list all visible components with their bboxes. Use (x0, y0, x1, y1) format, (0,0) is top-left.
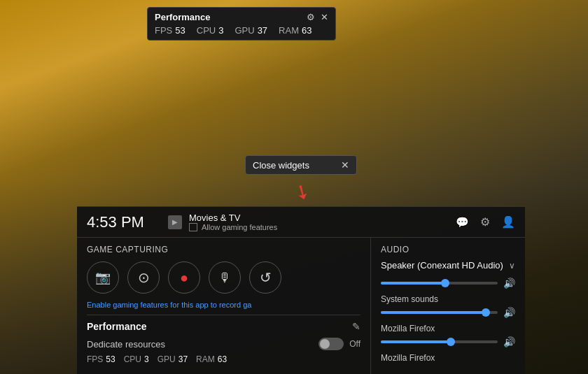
gpu-label: GPU (234, 25, 254, 36)
close-widgets-button[interactable]: ✕ (341, 159, 349, 171)
dedicate-resources-label: Dedicate resources (87, 339, 165, 350)
ram-value: 63 (302, 25, 312, 36)
cpu-value: 3 (218, 25, 223, 36)
top-bar-icons: 💬 ⚙ 👤 (456, 215, 515, 229)
allow-gaming-checkbox[interactable] (189, 223, 197, 231)
time-display: 4:53 PM (87, 213, 157, 231)
toggle-container: Off (318, 338, 360, 350)
screenshot-button[interactable]: 📷 (87, 261, 119, 294)
perf-mini-stats: FPS 53 CPU 3 GPU 37 RAM 63 (87, 354, 360, 364)
app-icon: ▶ (168, 215, 182, 229)
perf-settings-icon[interactable]: ⚙ (307, 12, 315, 22)
perf-section-header: Performance ✎ (87, 321, 360, 332)
firefox-label-2: Mozilla Firefox (381, 353, 515, 363)
capture-icons: 📷 ⊙ ● 🎙 ↺ (87, 261, 360, 294)
device-volume-fill (381, 282, 445, 285)
device-volume-icon: 🔊 (503, 278, 515, 289)
top-bar: 4:53 PM ▶ Movies & TV Allow gaming featu… (77, 207, 525, 238)
system-sounds-track[interactable] (381, 311, 498, 314)
profile-icon[interactable]: 👤 (501, 215, 515, 229)
device-volume-slider-row: 🔊 (381, 278, 515, 289)
dedicate-resources-toggle[interactable] (318, 338, 344, 350)
mini-cpu-stat: CPU 3 (124, 354, 149, 364)
app-icon-symbol: ▶ (172, 218, 178, 226)
game-capturing-title: Game capturing (87, 245, 360, 254)
resources-row: Dedicate resources Off (87, 338, 360, 350)
device-volume-thumb (441, 279, 449, 287)
firefox-label-1: Mozilla Firefox (381, 324, 515, 333)
audio-device-name: Speaker (Conexant HD Audio) (381, 260, 503, 271)
fps-value: 53 (175, 25, 185, 36)
performance-section-title: Performance (87, 321, 147, 332)
perf-widget-title: Performance (155, 12, 210, 22)
perf-widget-controls: ⚙ ✕ (307, 12, 328, 22)
mini-gpu-label: GPU (158, 354, 176, 364)
system-sounds-slider-row: 🔊 (381, 307, 515, 318)
mini-cpu-label: CPU (124, 354, 141, 364)
audio-device-row: Speaker (Conexant HD Audio) ∨ (381, 260, 515, 271)
mini-fps-value: 53 (106, 354, 115, 364)
cpu-label: CPU (197, 25, 216, 36)
close-widgets-label[interactable]: Close widgets (253, 160, 309, 171)
game-bar-panel: 4:53 PM ▶ Movies & TV Allow gaming featu… (77, 206, 525, 374)
performance-edit-icon[interactable]: ✎ (352, 321, 360, 332)
enable-gaming-link[interactable]: Enable gaming features for this app to r… (87, 301, 360, 309)
firefox-slider-row-1: 🔊 (381, 336, 515, 347)
settings-icon[interactable]: ⚙ (480, 215, 490, 229)
mini-ram-label: RAM (196, 354, 215, 364)
allow-gaming-label: Allow gaming features (202, 223, 277, 231)
mini-gpu-value: 37 (178, 354, 188, 364)
mini-fps-stat: FPS 53 (87, 354, 115, 364)
app-section: ▶ Movies & TV Allow gaming features (168, 213, 444, 231)
fps-stat: FPS 53 (155, 25, 186, 36)
mini-ram-stat: RAM 63 (196, 354, 227, 364)
gpu-stat: GPU 37 (234, 25, 267, 36)
system-sounds-thumb (482, 308, 490, 317)
audio-title: Audio (381, 245, 515, 254)
mini-ram-value: 63 (218, 354, 227, 364)
firefox-source-2: Mozilla Firefox (381, 353, 515, 363)
record-button[interactable]: ⊙ (127, 261, 160, 294)
firefox-fill-1 (381, 340, 451, 343)
cpu-stat: CPU 3 (197, 25, 224, 36)
app-info: Movies & TV Allow gaming features (189, 213, 277, 231)
chat-icon[interactable]: 💬 (456, 216, 469, 229)
stop-button[interactable]: ● (168, 261, 200, 294)
more-button[interactable]: ↺ (249, 261, 281, 294)
audio-device-chevron[interactable]: ∨ (509, 261, 515, 271)
right-panel: Audio Speaker (Conexant HD Audio) ∨ 🔊 Sy… (371, 238, 525, 374)
device-volume-track[interactable] (381, 282, 498, 285)
content-area: Game capturing 📷 ⊙ ● 🎙 ↺ Enable gaming f… (77, 238, 525, 374)
firefox-track-1[interactable] (381, 340, 498, 343)
ram-stat: RAM 63 (279, 25, 312, 36)
system-sounds-volume-icon: 🔊 (503, 307, 515, 318)
ram-label: RAM (279, 25, 299, 36)
toggle-state-label: Off (349, 339, 360, 349)
mini-fps-label: FPS (87, 354, 103, 364)
perf-stats: FPS 53 CPU 3 GPU 37 RAM 63 (155, 25, 328, 36)
toggle-knob (320, 339, 330, 349)
firefox-source-1: Mozilla Firefox 🔊 (381, 324, 515, 347)
system-sounds-label: System sounds (381, 294, 515, 304)
app-sub: Allow gaming features (189, 223, 277, 231)
mic-button[interactable]: 🎙 (209, 261, 241, 294)
firefox-volume-icon-1: 🔊 (503, 336, 515, 347)
mini-gpu-stat: GPU 37 (158, 354, 188, 364)
mini-cpu-value: 3 (144, 354, 149, 364)
perf-close-icon[interactable]: ✕ (321, 12, 328, 22)
perf-widget-header: Performance ⚙ ✕ (155, 12, 328, 22)
fps-label: FPS (155, 25, 172, 36)
system-sounds-fill (381, 311, 486, 314)
app-name: Movies & TV (189, 213, 277, 223)
left-panel: Game capturing 📷 ⊙ ● 🎙 ↺ Enable gaming f… (77, 238, 371, 374)
firefox-thumb-1 (447, 338, 455, 346)
gpu-value: 37 (258, 25, 267, 36)
system-sounds-source: System sounds 🔊 (381, 294, 515, 318)
performance-section: Performance ✎ Dedicate resources Off FPS (87, 315, 360, 364)
close-widgets-bar: Close widgets ✕ (245, 155, 357, 175)
performance-widget: Performance ⚙ ✕ FPS 53 CPU 3 GPU 37 RAM … (147, 7, 336, 41)
